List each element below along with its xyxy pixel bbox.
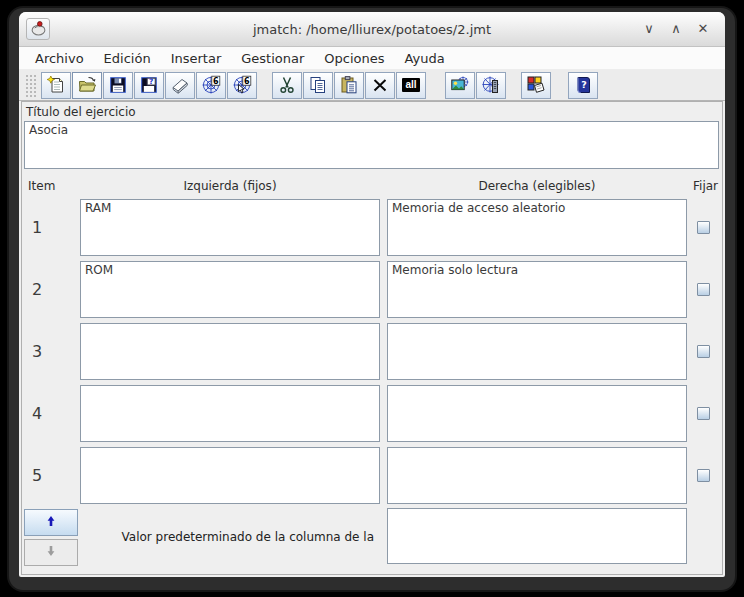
move-buttons: [24, 508, 80, 566]
row2-fix-checkbox[interactable]: [697, 283, 710, 296]
copy-icon: [308, 75, 328, 95]
row2-left-input[interactable]: ROM: [80, 261, 380, 318]
move-item-up-button[interactable]: [24, 509, 78, 536]
row3-left-input[interactable]: [80, 323, 380, 380]
arrow-up-icon: [44, 514, 58, 531]
row-number: 4: [24, 404, 80, 423]
table-row: 4: [24, 382, 719, 444]
toolbar-insert-group: [445, 72, 507, 99]
open-button[interactable]: [72, 72, 102, 99]
window-title: jmatch: /home/lliurex/potatoes/2.jmt: [19, 22, 725, 37]
insert-link-button[interactable]: [476, 72, 506, 99]
table-row: 1 RAM Memoria de acceso aleatorio: [24, 196, 719, 258]
copy-button[interactable]: [303, 72, 333, 99]
row1-left-input[interactable]: RAM: [80, 199, 380, 256]
default-right-value-label: Valor predeterminado de la columna de la…: [80, 508, 380, 577]
table-row: 3: [24, 320, 719, 382]
toolbar-drag-handle[interactable]: [24, 73, 37, 97]
toolbar: ? 6 6 al: [19, 70, 725, 101]
paste-icon: [339, 75, 359, 95]
insert-link-icon: [481, 75, 501, 95]
insert-picture-icon: [450, 75, 470, 95]
export-dragdrop-v6-icon: 6: [232, 75, 252, 95]
row-number: 1: [24, 218, 80, 237]
menu-gestionar[interactable]: Gestionar: [231, 49, 314, 68]
new-button[interactable]: [41, 72, 71, 99]
row5-left-input[interactable]: [80, 447, 380, 504]
window-frame: jmatch: /home/lliurex/potatoes/2.jmt ∨ ∧…: [9, 8, 735, 590]
menu-bar: Archivo Edición Insertar Gestionar Opcio…: [19, 47, 725, 70]
configure-output-icon: [526, 75, 546, 95]
row3-right-input[interactable]: [387, 323, 687, 380]
delete-icon: [370, 75, 390, 95]
table-header: Item Izquierda (fijos) Derecha (elegible…: [24, 174, 719, 196]
configure-output-button[interactable]: [521, 72, 551, 99]
menu-edicion[interactable]: Edición: [94, 49, 161, 68]
default-right-value-input[interactable]: [387, 508, 687, 564]
svg-text:?: ?: [581, 79, 587, 90]
menu-insertar[interactable]: Insertar: [161, 49, 232, 68]
jmatch-app-icon: [30, 19, 47, 40]
arrow-down-icon: [44, 544, 58, 561]
exercise-panel: Título del ejercicio Asocia Item Izquier…: [21, 101, 723, 575]
window-controls: ∨ ∧ ✕: [642, 22, 725, 36]
select-all-icon: all: [402, 78, 419, 92]
cut-button[interactable]: [272, 72, 302, 99]
save-button[interactable]: [103, 72, 133, 99]
toolbar-edit-group: all: [272, 72, 427, 99]
paste-button[interactable]: [334, 72, 364, 99]
insert-picture-button[interactable]: [445, 72, 475, 99]
header-item: Item: [24, 179, 80, 196]
minimize-icon[interactable]: ∨: [642, 22, 656, 36]
eraser-button[interactable]: [165, 72, 195, 99]
menu-opciones[interactable]: Opciones: [314, 49, 394, 68]
table-row: 5: [24, 444, 719, 506]
export-dragdrop-v6-button[interactable]: 6: [227, 72, 257, 99]
cut-icon: [277, 75, 297, 95]
row5-right-input[interactable]: [387, 447, 687, 504]
row4-left-input[interactable]: [80, 385, 380, 442]
toolbar-file-group: ? 6 6: [41, 72, 258, 99]
row5-fix-checkbox[interactable]: [697, 469, 710, 482]
row-number: 3: [24, 342, 80, 361]
close-icon[interactable]: ✕: [696, 22, 710, 36]
select-all-button[interactable]: all: [396, 72, 426, 99]
menu-ayuda[interactable]: Ayuda: [395, 49, 455, 68]
delete-button[interactable]: [365, 72, 395, 99]
help-icon: ?: [573, 75, 593, 95]
jmatch-window: jmatch: /home/lliurex/potatoes/2.jmt ∨ ∧…: [19, 12, 725, 577]
save-as-icon: ?: [139, 75, 159, 95]
help-button[interactable]: ?: [568, 72, 598, 99]
exercise-title-input[interactable]: Asocia: [24, 121, 719, 169]
open-icon: [77, 75, 97, 95]
move-item-down-button[interactable]: [24, 539, 78, 566]
window-menu-button[interactable]: [26, 18, 50, 40]
save-as-button[interactable]: ?: [134, 72, 164, 99]
row1-right-input[interactable]: Memoria de acceso aleatorio: [387, 199, 687, 256]
svg-text:?: ?: [149, 77, 153, 86]
svg-text:6: 6: [213, 77, 219, 86]
menu-archivo[interactable]: Archivo: [25, 49, 94, 68]
row1-fix-checkbox[interactable]: [697, 221, 710, 234]
row4-fix-checkbox[interactable]: [697, 407, 710, 420]
title-bar[interactable]: jmatch: /home/lliurex/potatoes/2.jmt ∨ ∧…: [19, 12, 725, 47]
header-right-column: Derecha (elegibles): [387, 179, 687, 196]
exercise-title-label: Título del ejercicio: [24, 104, 719, 121]
toolbar-config-group: [521, 72, 552, 99]
row-number: 2: [24, 280, 80, 299]
export-webpage-v6-icon: 6: [201, 75, 221, 95]
new-icon: [46, 75, 66, 95]
row-number: 5: [24, 466, 80, 485]
row3-fix-checkbox[interactable]: [697, 345, 710, 358]
footer-row: Valor predeterminado de la columna de la…: [24, 508, 719, 570]
header-fijar: Fijar: [687, 179, 719, 196]
table-row: 2 ROM Memoria solo lectura: [24, 258, 719, 320]
toolbar-help-group: ?: [568, 72, 599, 99]
save-icon: [108, 75, 128, 95]
export-webpage-v6-button[interactable]: 6: [196, 72, 226, 99]
header-left-column: Izquierda (fijos): [80, 179, 380, 196]
row4-right-input[interactable]: [387, 385, 687, 442]
maximize-icon[interactable]: ∧: [669, 22, 683, 36]
eraser-icon: [170, 75, 190, 95]
row2-right-input[interactable]: Memoria solo lectura: [387, 261, 687, 318]
